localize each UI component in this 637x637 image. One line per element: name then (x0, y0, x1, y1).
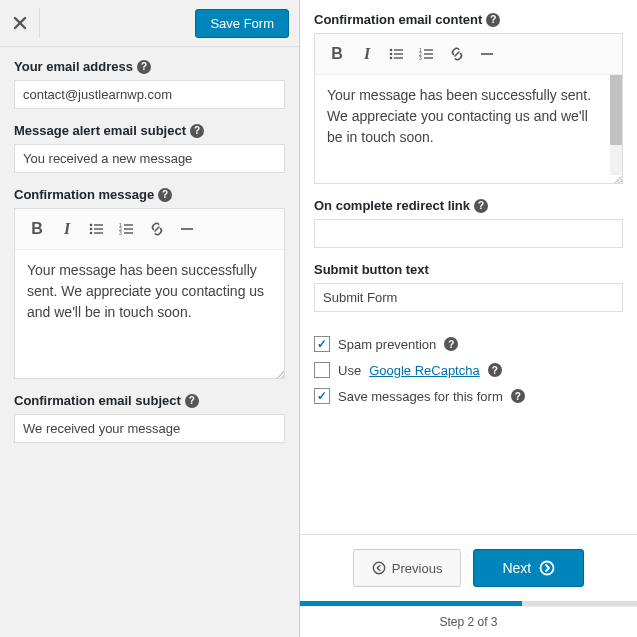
help-icon[interactable]: ? (511, 389, 525, 403)
redirect-input[interactable] (314, 219, 623, 248)
svg-rect-14 (394, 49, 403, 50)
svg-point-17 (390, 57, 393, 60)
help-icon[interactable]: ? (190, 124, 204, 138)
svg-rect-16 (394, 53, 403, 54)
previous-button[interactable]: Previous (353, 549, 462, 587)
confirmation-subject-label: Confirmation email subject ? (14, 393, 285, 408)
help-icon[interactable]: ? (488, 363, 502, 377)
svg-rect-3 (94, 228, 103, 229)
submit-button-text-input[interactable] (314, 283, 623, 312)
close-button[interactable] (10, 8, 40, 38)
svg-rect-11 (124, 232, 133, 233)
link-button[interactable] (143, 215, 171, 243)
help-icon[interactable]: ? (137, 60, 151, 74)
resize-handle[interactable] (15, 370, 284, 378)
svg-rect-25 (481, 53, 493, 55)
italic-button[interactable]: I (353, 40, 381, 68)
redirect-label: On complete redirect link ? (314, 198, 623, 213)
email-label: Your email address ? (14, 59, 285, 74)
svg-rect-22 (424, 53, 433, 54)
arrow-left-icon (372, 561, 386, 575)
confirmation-message-label: Confirmation message ? (14, 187, 285, 202)
svg-point-15 (390, 53, 393, 56)
confirmation-email-content-label: Confirmation email content ? (314, 12, 623, 27)
progress-fill (300, 601, 522, 606)
unordered-list-button[interactable] (83, 215, 111, 243)
svg-rect-20 (424, 49, 433, 50)
recaptcha-prefix: Use (338, 363, 361, 378)
ordered-list-button[interactable]: 123 (113, 215, 141, 243)
step-indicator: Step 2 of 3 (300, 606, 637, 637)
svg-rect-9 (124, 228, 133, 229)
editor-toolbar: B I 123 (315, 34, 622, 75)
resize-handle[interactable] (315, 175, 622, 183)
progress-bar (300, 601, 637, 606)
svg-point-13 (390, 49, 393, 52)
scrollbar[interactable] (610, 75, 622, 175)
subject-label: Message alert email subject ? (14, 123, 285, 138)
link-icon (149, 221, 165, 237)
spam-prevention-row: ✓ Spam prevention ? (314, 336, 623, 352)
svg-point-26 (373, 562, 384, 573)
arrow-right-icon (539, 560, 555, 576)
spam-prevention-checkbox[interactable]: ✓ (314, 336, 330, 352)
hr-icon (179, 221, 195, 237)
svg-point-27 (541, 562, 554, 575)
left-top-bar: Save Form (0, 0, 299, 47)
link-button[interactable] (443, 40, 471, 68)
svg-rect-18 (394, 57, 403, 58)
save-messages-row: ✓ Save messages for this form ? (314, 388, 623, 404)
ordered-list-button[interactable]: 123 (413, 40, 441, 68)
spam-prevention-label: Spam prevention (338, 337, 436, 352)
svg-point-2 (90, 228, 93, 231)
right-panel: Confirmation email content ? B I 123 (300, 0, 637, 534)
link-icon (449, 46, 465, 62)
help-icon[interactable]: ? (474, 199, 488, 213)
bold-button[interactable]: B (23, 215, 51, 243)
footer-nav: Previous Next (300, 534, 637, 601)
left-panel: Your email address ? Message alert email… (0, 47, 299, 469)
svg-rect-5 (94, 232, 103, 233)
recaptcha-row: Use Google ReCaptcha ? (314, 362, 623, 378)
ul-icon (89, 221, 105, 237)
svg-rect-24 (424, 57, 433, 58)
hr-button[interactable] (473, 40, 501, 68)
editor-toolbar: B I 123 (15, 209, 284, 250)
confirmation-email-content-textarea[interactable]: Your message has been successfully sent.… (315, 75, 622, 175)
confirmation-email-content-editor: B I 123 Your message has been successful… (314, 33, 623, 184)
ol-icon: 123 (419, 46, 435, 62)
close-icon (12, 15, 28, 31)
scrollbar-thumb[interactable] (610, 75, 622, 145)
save-messages-checkbox[interactable]: ✓ (314, 388, 330, 404)
subject-input[interactable] (14, 144, 285, 173)
recaptcha-link[interactable]: Google ReCaptcha (369, 363, 480, 378)
svg-point-0 (90, 224, 93, 227)
svg-text:3: 3 (119, 230, 122, 236)
svg-rect-7 (124, 224, 133, 225)
email-input[interactable] (14, 80, 285, 109)
help-icon[interactable]: ? (486, 13, 500, 27)
hr-button[interactable] (173, 215, 201, 243)
svg-text:3: 3 (419, 55, 422, 61)
italic-button[interactable]: I (53, 215, 81, 243)
recaptcha-checkbox[interactable] (314, 362, 330, 378)
ol-icon: 123 (119, 221, 135, 237)
help-icon[interactable]: ? (185, 394, 199, 408)
hr-icon (479, 46, 495, 62)
save-form-button[interactable]: Save Form (195, 9, 289, 38)
help-icon[interactable]: ? (158, 188, 172, 202)
help-icon[interactable]: ? (444, 337, 458, 351)
next-button[interactable]: Next (473, 549, 584, 587)
ul-icon (389, 46, 405, 62)
submit-button-text-label: Submit button text (314, 262, 623, 277)
confirmation-subject-input[interactable] (14, 414, 285, 443)
bold-button[interactable]: B (323, 40, 351, 68)
unordered-list-button[interactable] (383, 40, 411, 68)
svg-rect-1 (94, 224, 103, 225)
confirmation-message-editor: B I 123 Your message has been successful… (14, 208, 285, 379)
confirmation-message-textarea[interactable]: Your message has been successfully sent.… (15, 250, 284, 370)
svg-point-4 (90, 232, 93, 235)
save-messages-label: Save messages for this form (338, 389, 503, 404)
svg-rect-12 (181, 228, 193, 230)
